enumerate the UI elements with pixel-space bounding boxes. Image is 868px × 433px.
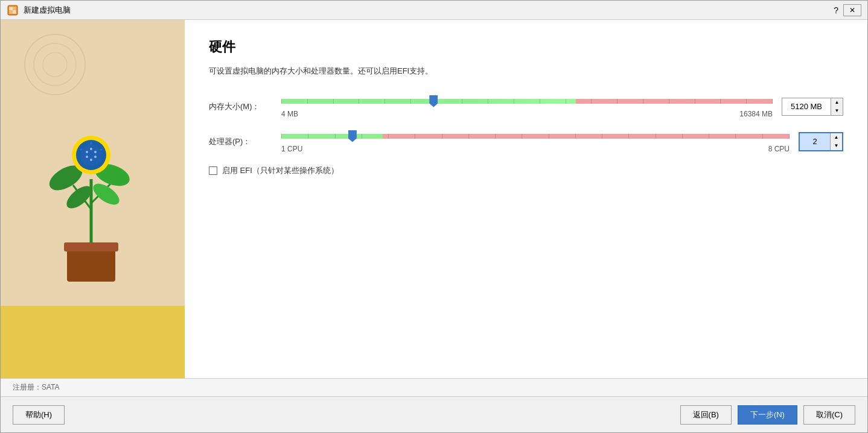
- tick: [643, 99, 643, 104]
- memory-slider-wrapper[interactable]: [281, 95, 773, 107]
- tick: [307, 99, 308, 104]
- tick: [410, 99, 411, 104]
- memory-decrement-button[interactable]: ▼: [831, 107, 843, 115]
- main-content: 硬件 可设置虚拟电脑的内存大小和处理器数量。还可以启用EFI支持。 内存大小(M…: [1, 20, 867, 378]
- tick: [566, 99, 566, 104]
- memory-row: 内存大小(M)：: [209, 95, 843, 118]
- efi-row: 启用 EFI（只针对某些操作系统）: [209, 165, 843, 176]
- tick: [591, 99, 592, 104]
- partial-text: 注册册：SATA: [13, 382, 60, 393]
- svg-point-27: [80, 144, 102, 166]
- processor-label: 处理器(P)：: [209, 136, 281, 147]
- tick: [617, 99, 617, 104]
- processor-spinbox-arrows: ▲ ▼: [830, 133, 842, 150]
- svg-rect-9: [64, 242, 118, 251]
- svg-point-7: [43, 52, 67, 77]
- memory-max-label: 16384 MB: [739, 110, 773, 118]
- processor-increment-button[interactable]: ▲: [831, 133, 842, 142]
- tick: [720, 99, 721, 104]
- svg-point-31: [94, 156, 97, 158]
- svg-rect-2: [13, 10, 16, 14]
- svg-point-29: [90, 148, 92, 150]
- close-button[interactable]: ✕: [843, 4, 861, 16]
- svg-point-33: [86, 156, 88, 158]
- memory-value-input[interactable]: [782, 98, 831, 115]
- tick: [682, 134, 683, 139]
- tick: [388, 134, 389, 139]
- tick: [522, 134, 522, 139]
- tick: [488, 99, 488, 104]
- bottom-partial-bar: 注册册：SATA: [1, 378, 867, 396]
- processor-range-labels: 1 CPU 8 CPU: [281, 145, 790, 153]
- tick: [669, 99, 669, 104]
- tick: [762, 134, 763, 139]
- memory-slider-thumb[interactable]: [429, 95, 438, 107]
- svg-point-30: [94, 151, 97, 153]
- efi-checkbox[interactable]: [209, 166, 217, 175]
- help-button[interactable]: 帮助(H): [13, 405, 65, 425]
- tick: [359, 99, 359, 104]
- memory-slider-container: 4 MB 16384 MB: [281, 95, 773, 118]
- tick: [735, 134, 736, 139]
- tick: [385, 99, 385, 104]
- tick: [746, 99, 747, 104]
- svg-point-32: [90, 159, 92, 161]
- bottom-bar-right: 返回(B) 下一步(N) 取消(C): [680, 405, 855, 425]
- svg-rect-4: [9, 10, 13, 14]
- back-button[interactable]: 返回(B): [680, 405, 732, 425]
- memory-increment-button[interactable]: ▲: [831, 98, 843, 107]
- content-area: 硬件 可设置虚拟电脑的内存大小和处理器数量。还可以启用EFI支持。 内存大小(M…: [185, 20, 867, 378]
- tick: [415, 134, 415, 139]
- tick: [575, 134, 576, 139]
- memory-spinbox-arrows: ▲ ▼: [831, 98, 843, 115]
- processor-decrement-button[interactable]: ▼: [831, 142, 842, 150]
- tick: [549, 134, 549, 139]
- memory-label: 内存大小(M)：: [209, 101, 281, 112]
- svg-rect-3: [13, 7, 16, 10]
- tick: [462, 99, 462, 104]
- window-title: 新建虚拟电脑: [24, 5, 834, 16]
- svg-point-28: [86, 151, 88, 153]
- tick: [281, 99, 282, 104]
- cancel-button[interactable]: 取消(C): [803, 405, 855, 425]
- svg-point-6: [34, 43, 76, 86]
- next-button[interactable]: 下一步(N): [738, 405, 797, 425]
- tick: [333, 99, 334, 104]
- processor-slider-thumb[interactable]: [348, 130, 357, 142]
- sidebar: [1, 20, 185, 378]
- tick: [281, 134, 282, 139]
- processor-spinbox[interactable]: ▲ ▼: [799, 132, 843, 151]
- efi-label: 启用 EFI（只针对某些操作系统）: [222, 165, 339, 176]
- processor-value-input[interactable]: [800, 133, 830, 150]
- app-icon: [7, 4, 19, 16]
- tick: [772, 99, 773, 104]
- help-icon[interactable]: ?: [834, 5, 838, 15]
- bottom-bar: 帮助(H) 返回(B) 下一步(N) 取消(C): [1, 396, 867, 432]
- tick: [540, 99, 540, 104]
- tick: [514, 99, 514, 104]
- plant-illustration: [19, 28, 164, 318]
- tick: [495, 134, 496, 139]
- memory-slider-track: [281, 99, 773, 104]
- processor-slider-container: 1 CPU 8 CPU: [281, 130, 790, 153]
- main-window: 新建虚拟电脑 ? ✕: [0, 0, 868, 433]
- tick: [442, 134, 442, 139]
- tick: [709, 134, 709, 139]
- processor-slider-wrapper[interactable]: [281, 130, 790, 142]
- processor-row: 处理器(P)：: [209, 130, 843, 153]
- memory-spinbox[interactable]: ▲ ▼: [782, 98, 843, 116]
- settings-area: 内存大小(M)：: [209, 95, 843, 361]
- tick: [335, 134, 336, 139]
- tick: [308, 134, 308, 139]
- window-controls: ? ✕: [834, 4, 861, 16]
- processor-min-label: 1 CPU: [281, 145, 302, 153]
- tick: [695, 99, 695, 104]
- svg-rect-1: [9, 7, 13, 10]
- tick: [628, 134, 629, 139]
- section-description: 可设置虚拟电脑的内存大小和处理器数量。还可以启用EFI支持。: [209, 65, 843, 77]
- section-title: 硬件: [209, 38, 843, 56]
- tick: [656, 134, 656, 139]
- tick: [468, 134, 469, 139]
- memory-min-label: 4 MB: [281, 110, 298, 118]
- bottom-bar-left: 帮助(H): [13, 405, 680, 425]
